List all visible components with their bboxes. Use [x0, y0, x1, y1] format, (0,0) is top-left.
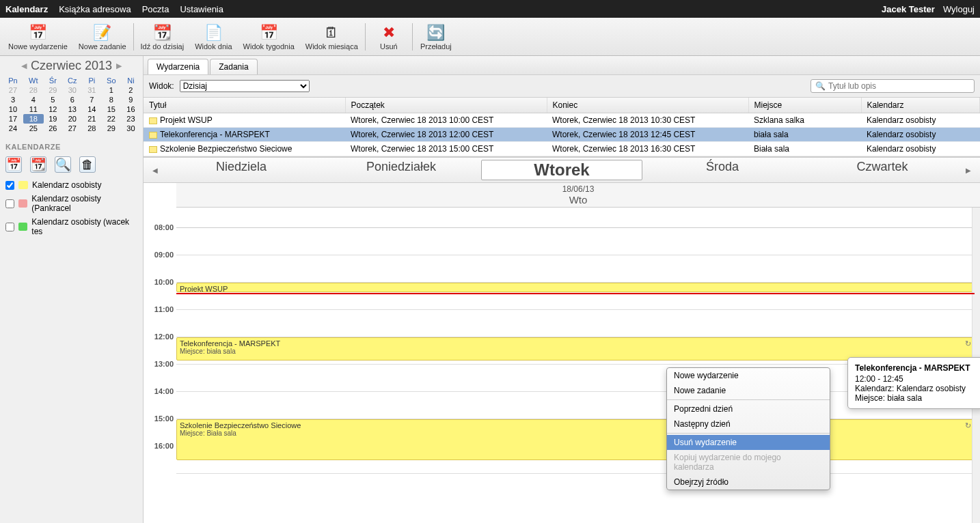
tab-tasks[interactable]: Zadania — [210, 59, 257, 74]
mini-cal-day[interactable]: 31 — [83, 85, 101, 95]
toolbar-new-event[interactable]: 📅Nowe wydarzenie — [3, 22, 73, 52]
tab-events[interactable]: Wydarzenia — [148, 59, 208, 74]
context-menu-item[interactable]: Poprzedni dzień — [667, 401, 830, 416]
day-schedule[interactable]: 18/06/13 Wto 08:0009:0010:0011:0012:0013… — [144, 183, 980, 523]
mini-cal-day[interactable]: 9 — [122, 95, 140, 104]
new-task-icon: 📝 — [79, 23, 126, 42]
mini-cal-day[interactable]: 1 — [101, 85, 122, 95]
calendar-color-icon — [18, 199, 27, 208]
col-title[interactable]: Tytuł — [144, 98, 345, 113]
week-day-tab[interactable]: Czwartek — [802, 160, 962, 180]
week-day-tab[interactable]: Wtorek — [481, 160, 642, 180]
context-menu-item[interactable]: Obejrzyj źródło — [667, 475, 830, 490]
mini-cal-day[interactable]: 25 — [23, 124, 44, 133]
week-day-tab[interactable]: Niedziela — [161, 160, 321, 180]
col-start[interactable]: Początek — [345, 98, 547, 113]
mini-cal-day[interactable]: 30 — [62, 85, 83, 95]
mini-cal-day[interactable]: 30 — [122, 124, 140, 133]
prev-month-icon[interactable]: ◀ — [21, 61, 27, 70]
month-view-icon: 🗓 — [305, 23, 358, 42]
schedule-dow: Wto — [176, 194, 980, 206]
mini-cal-day[interactable]: 11 — [23, 104, 44, 114]
mini-cal-day[interactable]: 29 — [44, 85, 62, 95]
mini-cal-day[interactable]: 27 — [3, 85, 23, 95]
mini-cal-day[interactable]: 10 — [3, 104, 23, 114]
mini-cal-day[interactable]: 8 — [101, 95, 122, 104]
mini-cal-day[interactable]: 22 — [101, 114, 122, 124]
delete-icon: ✖ — [372, 23, 405, 42]
mini-cal-day[interactable]: 15 — [101, 104, 122, 114]
toolbar-new-task[interactable]: 📝Nowe zadanie — [73, 22, 132, 52]
mini-cal-day[interactable]: 3 — [3, 95, 23, 104]
calendar-item[interactable]: Kalendarz osobisty (Pankracel — [0, 192, 143, 215]
mini-cal-day[interactable]: 2 — [122, 85, 140, 95]
mini-cal-day[interactable]: 13 — [62, 104, 83, 114]
topbar-item[interactable]: Ustawienia — [180, 4, 223, 14]
cal-tool-icon[interactable]: 🔍 — [55, 156, 71, 173]
mini-cal-day[interactable]: 21 — [83, 114, 101, 124]
go-today-icon: 📆 — [141, 23, 185, 42]
col-place[interactable]: Miejsce — [748, 98, 861, 113]
week-day-tab[interactable]: Środa — [642, 160, 802, 180]
context-menu-item[interactable]: Usuń wydarzenie — [667, 435, 830, 450]
mini-cal-day[interactable]: 26 — [44, 124, 62, 133]
topbar-item[interactable]: Kalendarz — [5, 4, 48, 14]
calendar-item[interactable]: Kalendarz osobisty (wacek tes — [0, 215, 143, 238]
cal-tool-icon[interactable]: 📅 — [5, 156, 22, 173]
col-end[interactable]: Koniec — [547, 98, 748, 113]
search-input[interactable] — [828, 81, 970, 91]
scrollbar[interactable] — [972, 183, 980, 523]
mini-cal-day[interactable]: 29 — [101, 124, 122, 133]
mini-cal-day[interactable]: 14 — [83, 104, 101, 114]
mini-cal-day[interactable]: 27 — [62, 124, 83, 133]
mini-cal-day[interactable]: 4 — [23, 95, 44, 104]
toolbar-month-view[interactable]: 🗓Widok miesiąca — [300, 22, 364, 52]
calendar-color-icon — [18, 223, 27, 231]
reload-icon: 🔄 — [420, 23, 452, 42]
schedule-event[interactable]: Projekt WSUP — [176, 283, 975, 292]
event-row[interactable]: Szkolenie Bezpieczeństwo SiecioweWtorek,… — [144, 142, 980, 156]
cal-tool-icon[interactable]: 🗑 — [79, 156, 96, 173]
toolbar-delete[interactable]: ✖Usuń — [367, 22, 411, 52]
context-menu-item[interactable]: Następny dzień — [667, 416, 830, 432]
toolbar-week-view[interactable]: 📅Widok tygodnia — [238, 22, 300, 52]
toolbar-go-today[interactable]: 📆Idź do dzisiaj — [135, 22, 190, 52]
calendar-checkbox[interactable] — [5, 199, 14, 208]
mini-cal-day[interactable]: 6 — [62, 95, 83, 104]
context-menu-item[interactable]: Nowe zadanie — [667, 383, 830, 398]
prev-week-icon[interactable]: ◀ — [149, 167, 161, 174]
week-day-tab[interactable]: Poniedziałek — [321, 160, 481, 180]
mini-cal-day[interactable]: 24 — [3, 124, 23, 133]
next-month-icon[interactable]: ▶ — [116, 61, 122, 70]
context-menu-item: Kopiuj wydarzenie do mojego kalendarza — [667, 450, 830, 475]
mini-cal-day[interactable]: 28 — [83, 124, 101, 133]
mini-cal-day[interactable]: 19 — [44, 114, 62, 124]
mini-cal-day[interactable]: 23 — [122, 114, 140, 124]
mini-cal-day[interactable]: 17 — [3, 114, 23, 124]
mini-cal-day[interactable]: 5 — [44, 95, 62, 104]
topbar-item[interactable]: Poczta — [142, 4, 169, 14]
context-menu-item[interactable]: Nowe wydarzenie — [667, 368, 830, 383]
calendar-item[interactable]: Kalendarz osobisty — [0, 178, 143, 192]
mini-cal-day[interactable]: 18 — [23, 114, 44, 124]
toolbar-reload[interactable]: 🔄Przeładuj — [414, 22, 458, 52]
event-row[interactable]: Telekonferencja - MARSPEKTWtorek, Czerwi… — [144, 128, 980, 142]
calendar-checkbox[interactable] — [5, 223, 14, 231]
calendar-checkbox[interactable] — [5, 181, 14, 190]
mini-cal-day[interactable]: 7 — [83, 95, 101, 104]
day-view-icon: 📄 — [195, 23, 232, 42]
toolbar-day-view[interactable]: 📄Widok dnia — [189, 22, 237, 52]
mini-cal-day[interactable]: 16 — [122, 104, 140, 114]
topbar-item[interactable]: Książka adresowa — [59, 4, 131, 14]
mini-cal-day[interactable]: 20 — [62, 114, 83, 124]
view-select[interactable]: Dzisiaj — [180, 80, 310, 92]
cal-tool-icon[interactable]: 📆 — [30, 156, 46, 173]
col-calendar[interactable]: Kalendarz — [861, 98, 980, 113]
schedule-event[interactable]: Szkolenie Bezpieczeństwo SiecioweMiejsce… — [176, 419, 975, 460]
mini-cal-day[interactable]: 12 — [44, 104, 62, 114]
repeat-icon: ↻ — [965, 339, 971, 348]
logout-link[interactable]: Wyloguj — [943, 4, 975, 14]
mini-cal-day[interactable]: 28 — [23, 85, 44, 95]
event-row[interactable]: Projekt WSUPWtorek, Czerwiec 18 2013 10:… — [144, 113, 980, 128]
next-week-icon[interactable]: ▶ — [962, 167, 975, 174]
